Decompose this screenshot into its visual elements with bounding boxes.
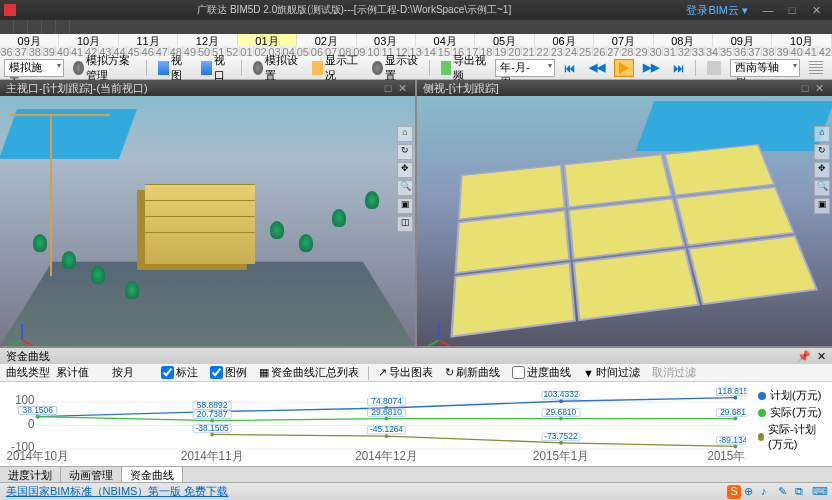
nav-fit-button[interactable]: ▣ [814,198,830,214]
panel-close-button[interactable]: ✕ [817,350,826,363]
timeline-week[interactable]: 26 [593,46,607,56]
timeline-week[interactable]: 39 [42,46,56,56]
timeline-month[interactable]: 06月 [535,34,594,46]
quick-btn[interactable] [0,20,14,34]
refresh-chart-button[interactable]: ↻刷新曲线 [442,364,503,381]
viewport-max-button[interactable]: □ [798,82,812,94]
timeline-week[interactable]: 34 [705,46,719,56]
quick-btn[interactable] [56,20,70,34]
nav-home-button[interactable]: ⌂ [814,126,830,142]
timeline-week[interactable]: 37 [14,46,28,56]
timeline-month[interactable]: 09月 [713,34,772,46]
chart-type-combo[interactable]: 累计值 [56,365,106,380]
timeline-week[interactable]: 40 [56,46,70,56]
status-help-icon[interactable]: ⧉ [795,485,809,499]
viewport-3d-canvas[interactable]: ⌂ ↻ ✥ 🔍 ▣ ◫ [0,96,415,346]
nav-home-button[interactable]: ⌂ [397,126,413,142]
quick-btn[interactable] [14,20,28,34]
axis-gizmo[interactable] [6,310,36,340]
status-link[interactable]: 美国国家BIM标准（NBIMS）第一版 免费下载 [6,484,228,499]
time-filter-button[interactable]: ▼时间过滤 [580,364,643,381]
export-video-button[interactable]: 导出视频 [436,59,492,77]
cloud-login-button[interactable]: 登录BIM云 ▾ [686,3,748,18]
chart-unit-combo[interactable]: 按月 [112,365,152,380]
timeline-month[interactable]: 10月 [59,34,118,46]
play-button[interactable] [614,59,634,77]
timeline-month[interactable]: 01月 [238,34,297,46]
export-chart-button[interactable]: ↗导出图表 [375,364,436,381]
timeline-week[interactable]: 28 [621,46,635,56]
timeline-month[interactable]: 12月 [178,34,237,46]
timeline-week[interactable]: 41 [804,46,818,56]
nav-fit-button[interactable]: ▣ [397,198,413,214]
annotate-toggle[interactable]: 标注 [158,364,201,381]
timeline-week[interactable]: 33 [691,46,705,56]
step-back-button[interactable]: ◀◀ [584,59,610,77]
viewport-3d-canvas[interactable]: ⌂ ↻ ✥ 🔍 ▣ [417,96,832,346]
date-unit-combo[interactable]: 年-月-周 [495,59,555,77]
legend-item-actual[interactable]: 实际(万元) [758,405,826,420]
timeline-month[interactable]: 07月 [594,34,653,46]
chart-plot[interactable]: -10001002014年10月2014年11月2014年12月2015年1月2… [0,382,752,466]
timeline-week[interactable]: 38 [762,46,776,56]
status-s-icon[interactable]: S [727,485,741,499]
legend-item-diff[interactable]: 实际-计划(万元) [758,422,826,452]
axis-gizmo[interactable] [423,310,453,340]
status-settings-icon[interactable]: ✎ [778,485,792,499]
timeline-week[interactable]: 23 [550,46,564,56]
timeline-week[interactable]: 30 [649,46,663,56]
timeline-week[interactable]: 39 [776,46,790,56]
viewport-close-button[interactable]: ✕ [395,82,409,95]
close-button[interactable]: ✕ [804,4,828,17]
timeline-week[interactable]: 40 [790,46,804,56]
timeline-week[interactable]: 24 [564,46,578,56]
timeline-month[interactable]: 09月 [0,34,59,46]
viewport-max-button[interactable]: □ [381,82,395,94]
panel-pin-button[interactable]: 📌 [797,350,811,363]
legend-checkbox[interactable] [210,366,223,379]
timeline-week[interactable]: 21 [522,46,536,56]
nav-zoom-button[interactable]: 🔍 [814,180,830,196]
nav-section-button[interactable]: ◫ [397,216,413,232]
zoom-extents-button[interactable] [702,59,726,77]
maximize-button[interactable]: □ [780,4,804,16]
forward-button[interactable]: ⏭ [668,59,689,77]
status-globe-icon[interactable]: ⊕ [744,485,758,499]
plan-mgmt-button[interactable]: 模拟方案管理 [68,59,140,77]
timeline-week[interactable]: 47 [155,46,169,56]
timeline-month[interactable]: 05月 [475,34,534,46]
timeline-week[interactable]: 36 [0,46,14,56]
timeline-week[interactable]: 41 [71,46,85,56]
minimize-button[interactable]: — [756,4,780,16]
legend-item-plan[interactable]: 计划(万元) [758,388,826,403]
timeline-week[interactable]: 10 [367,46,381,56]
timeline-week[interactable]: 37 [748,46,762,56]
sim-settings-button[interactable]: 模拟设置 [248,59,304,77]
viewport-close-button[interactable]: ✕ [812,82,826,95]
tab-0[interactable]: 进度计划 [0,467,61,482]
timeline-week[interactable]: 15 [437,46,451,56]
timeline-week[interactable]: 27 [607,46,621,56]
rewind-button[interactable]: ⏮ [559,59,580,77]
timeline-week[interactable]: 46 [141,46,155,56]
timeline-week[interactable]: 19 [494,46,508,56]
progress-curve-button[interactable]: 进度曲线 [509,364,574,381]
tab-2[interactable]: 资金曲线 [122,467,183,482]
timeline-month[interactable]: 04月 [416,34,475,46]
timeline-week[interactable]: 25 [578,46,592,56]
annotate-checkbox[interactable] [161,366,174,379]
view-sub-button[interactable]: 视口 [196,59,235,77]
nav-zoom-button[interactable]: 🔍 [397,180,413,196]
timeline-week[interactable]: 38 [28,46,42,56]
timeline-week[interactable]: 50 [198,46,212,56]
timeline-week[interactable]: 14 [423,46,437,56]
timeline-month[interactable]: 11月 [119,34,178,46]
timeline-month[interactable]: 08月 [654,34,713,46]
tab-1[interactable]: 动画管理 [61,467,122,482]
progress-checkbox[interactable] [512,366,525,379]
step-fwd-button[interactable]: ▶▶ [638,59,664,77]
display-settings-button[interactable]: 显示设置 [367,59,423,77]
timeline-week[interactable]: 42 [818,46,832,56]
timeline-week[interactable]: 36 [734,46,748,56]
quick-btn[interactable] [28,20,42,34]
